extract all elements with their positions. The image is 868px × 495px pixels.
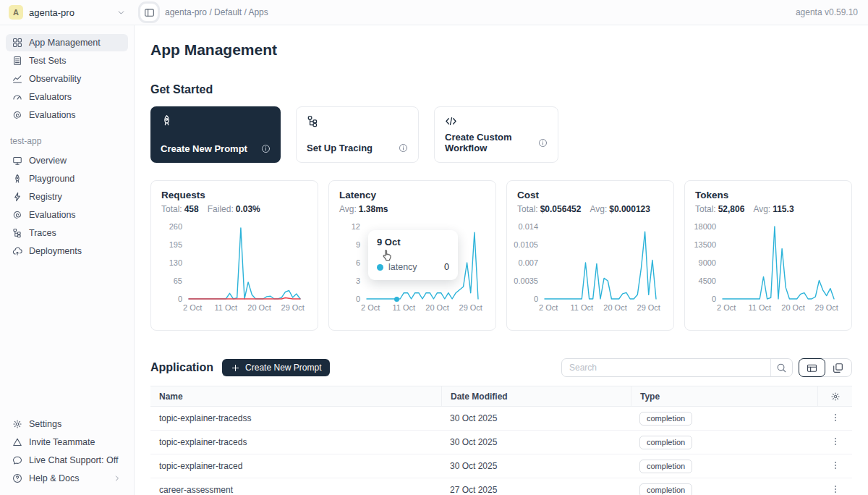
tooltip-series-value: 0: [444, 262, 449, 272]
type-badge: completion: [639, 460, 692, 473]
column-header-type[interactable]: Type: [631, 386, 817, 406]
sidebar-item-app-management[interactable]: App Management: [6, 34, 128, 51]
top-bar: A agenta-pro agenta-pro / Default / Apps…: [0, 0, 868, 25]
x-axis-labels: 2 Oct11 Oct20 Oct29 Oct: [543, 301, 658, 313]
table-body: topic-explainer-tracedss30 Oct 2025compl…: [150, 407, 852, 495]
search-input[interactable]: [562, 363, 770, 373]
chart-plot-area: 0.0140.01050.0070.00350: [517, 224, 663, 301]
plus-icon: [231, 363, 240, 373]
chart-title: Cost: [517, 190, 663, 200]
chart-card-latency: LatencyAvg:1.38ms1296302 Oct11 Oct20 Oct…: [328, 180, 496, 331]
sidebar-section-label: test-app: [10, 136, 124, 146]
sidebar-footer-item-label: Live Chat Support: Off: [29, 455, 118, 465]
info-icon: [261, 144, 271, 153]
chart-title: Tokens: [695, 190, 841, 200]
table-row[interactable]: topic-explainer-traceds30 Oct 2025comple…: [150, 431, 852, 454]
sidebar-app-item-label: Playground: [29, 174, 75, 184]
chart-title: Requests: [161, 190, 307, 200]
search-icon: [776, 363, 787, 373]
type-badge: completion: [639, 412, 692, 426]
sidebar-item-test-sets[interactable]: Test Sets: [6, 52, 128, 69]
sidebar-item-observability[interactable]: Observability: [6, 70, 128, 88]
swirl-icon: [12, 110, 22, 120]
sidebar-app-item-playground[interactable]: Playground: [6, 170, 128, 187]
chart-title: Latency: [339, 190, 485, 200]
sidebar-footer-item-label: Invite Teammate: [29, 437, 95, 447]
swirl-icon: [12, 210, 22, 220]
row-menu-button[interactable]: [822, 412, 852, 425]
sidebar-toggle-button[interactable]: [140, 4, 158, 21]
y-axis-labels: 260195130650: [161, 224, 187, 301]
tooltip-series-row: latency0: [377, 262, 449, 272]
sidebar-footer-item-invite-teammate[interactable]: Invite Teammate: [6, 433, 128, 451]
monitor-icon: [12, 156, 22, 166]
metrics-charts-row: RequestsTotal:458Failed:0.03%26019513065…: [150, 180, 852, 331]
row-menu-button[interactable]: [822, 436, 852, 449]
sidebar-app-item-traces[interactable]: Traces: [6, 224, 128, 242]
info-icon: [399, 143, 408, 153]
help-icon: [12, 473, 22, 483]
sidebar-item-label: Observability: [29, 74, 81, 84]
gear-icon: [830, 392, 841, 402]
chevron-down-icon: [116, 8, 126, 17]
tooltip-series-dot: [377, 264, 383, 271]
row-menu-button[interactable]: [822, 460, 852, 473]
table-row[interactable]: topic-explainer-tracedss30 Oct 2025compl…: [150, 407, 852, 431]
table-row[interactable]: topic-explainer-traced30 Oct 2025complet…: [150, 454, 852, 478]
type-badge: completion: [639, 483, 692, 495]
chart-stats: Total:52,806Avg:115.3: [695, 204, 841, 214]
sidebar-app-item-registry[interactable]: Registry: [6, 188, 128, 206]
get-started-card-bottom: Set Up Tracing: [307, 143, 408, 153]
row-menu-button[interactable]: [822, 484, 852, 495]
chart-plot: [187, 224, 302, 301]
observability-icon: [12, 74, 22, 84]
gear-icon: [12, 419, 22, 429]
create-new-prompt-button[interactable]: Create New Prompt: [222, 359, 330, 376]
table-view-icon: [807, 363, 817, 373]
card-view-button[interactable]: [825, 359, 851, 376]
get-started-card-create-new-prompt[interactable]: Create New Prompt: [150, 106, 281, 163]
sidebar-app-item-label: Overview: [29, 156, 67, 166]
cell-date-modified: 30 Oct 2025: [441, 437, 631, 447]
sidebar-item-evaluations[interactable]: Evaluations: [6, 106, 128, 124]
info-icon: [538, 138, 548, 148]
sidebar-toggle-icon: [144, 7, 155, 18]
sidebar-footer-item-live-chat-support-off[interactable]: Live Chat Support: Off: [6, 452, 128, 469]
trace-tree-icon: [12, 228, 22, 238]
kebab-icon: [830, 484, 841, 494]
chevron-right-icon: [113, 474, 122, 483]
sidebar-footer-item-settings[interactable]: Settings: [6, 415, 128, 433]
column-header-date-modified[interactable]: Date Modified: [441, 386, 631, 406]
y-axis-labels: 129630: [339, 224, 365, 301]
chart-stat: Avg:$0.000123: [590, 204, 650, 214]
get-started-card-bottom: Create Custom Workflow: [445, 132, 548, 153]
table-view-button[interactable]: [799, 358, 825, 377]
workspace-selector[interactable]: A agenta-pro: [0, 5, 135, 20]
search-button[interactable]: [770, 359, 792, 376]
chart-stat: Avg:1.38ms: [339, 204, 388, 214]
view-toggle: [799, 358, 852, 377]
kebab-icon: [830, 412, 841, 423]
column-settings-button[interactable]: [817, 386, 852, 406]
x-axis-labels: 2 Oct11 Oct20 Oct29 Oct: [187, 301, 302, 313]
table-row[interactable]: career-assessment27 Oct 2025completion: [150, 478, 852, 495]
sidebar-footer-item-help-docs[interactable]: Help & Docs: [6, 470, 128, 487]
get-started-card-create-custom-workflow[interactable]: Create Custom Workflow: [434, 106, 558, 163]
y-axis-labels: 1800013500900045000: [695, 224, 721, 301]
chart-stats: Total:458Failed:0.03%: [161, 204, 307, 214]
workspace-avatar: A: [9, 5, 23, 20]
sidebar-footer-item-label: Settings: [29, 419, 61, 429]
chart-card-requests: RequestsTotal:458Failed:0.03%26019513065…: [150, 180, 318, 331]
sidebar-app-item-deployments[interactable]: Deployments: [6, 242, 128, 260]
sidebar-item-evaluators[interactable]: Evaluators: [6, 88, 128, 106]
chart-card-tokens: TokensTotal:52,806Avg:115.31800013500900…: [684, 180, 852, 331]
trace-tree-icon: [307, 115, 408, 127]
sidebar-app-item-overview[interactable]: Overview: [6, 152, 128, 169]
sidebar-app-item-evaluations[interactable]: Evaluations: [6, 206, 128, 224]
sidebar-app-item-label: Deployments: [29, 246, 82, 256]
kebab-icon: [830, 460, 841, 470]
breadcrumb[interactable]: agenta-pro / Default / Apps: [165, 7, 268, 17]
sidebar-footer-item-label: Help & Docs: [29, 473, 79, 483]
get-started-card-set-up-tracing[interactable]: Set Up Tracing: [296, 106, 419, 163]
column-header-name[interactable]: Name: [150, 386, 441, 406]
